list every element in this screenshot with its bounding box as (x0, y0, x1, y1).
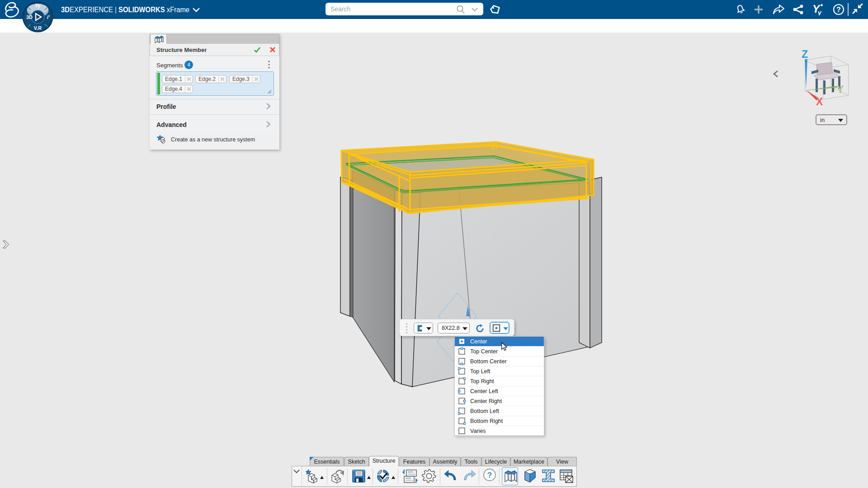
svg-text:X: X (816, 96, 823, 108)
svg-text:Z: Z (802, 48, 808, 60)
svg-text:3D: 3D (26, 14, 33, 20)
svg-text:y: y (817, 9, 822, 15)
svg-text:?: ? (487, 471, 492, 479)
svg-text:V.R: V.R (34, 25, 42, 31)
svg-text:Y: Y (837, 84, 844, 95)
svg-text:?: ? (836, 6, 841, 14)
svg-text:i': i' (47, 14, 50, 20)
svg-text:Yy: Yy (35, 3, 41, 8)
